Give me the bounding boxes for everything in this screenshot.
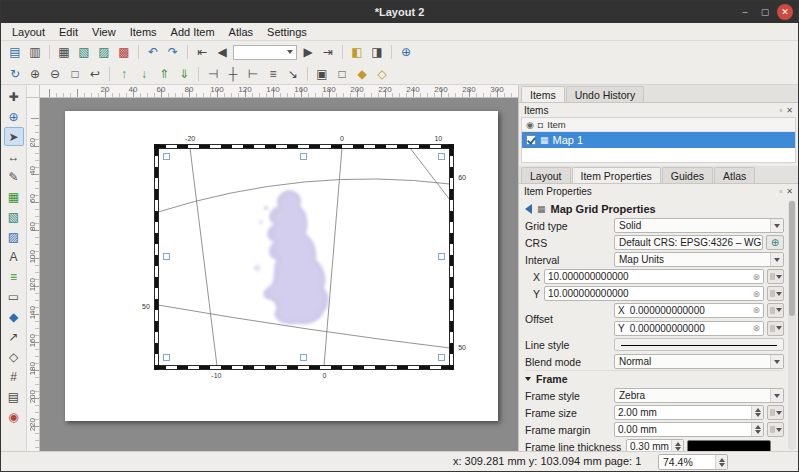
add-marker-tool-icon[interactable]: ◉ — [4, 407, 24, 426]
offset-y-field[interactable]: Y 0.000000000000 ⊗ — [614, 321, 764, 336]
offset-x-field[interactable]: X 0.000000000000 ⊗ — [614, 303, 764, 318]
menu-items[interactable]: Items — [123, 23, 164, 40]
add-label-tool-icon[interactable]: A — [4, 247, 24, 266]
minimize-button[interactable]: – — [737, 4, 753, 20]
select-crs-button[interactable]: ⊕ — [766, 235, 784, 250]
clear-icon[interactable]: ⊗ — [752, 305, 760, 315]
move-content-tool-icon[interactable]: ↔ — [4, 147, 24, 166]
group-items-icon[interactable]: ▣ — [313, 65, 331, 83]
frame-thickness-spinbox[interactable]: 0.30 mm — [626, 439, 684, 451]
send-to-back-icon[interactable]: ⇓ — [175, 65, 193, 83]
distribute-items-icon[interactable]: ≡ — [264, 65, 282, 83]
interval-y-field[interactable]: 10.000000000000 ⊗ — [544, 286, 764, 301]
line-style-button[interactable] — [614, 338, 784, 351]
zoom-search-icon[interactable]: ⊕ — [397, 43, 415, 61]
save-icon[interactable]: ▤ — [6, 43, 24, 61]
menu-settings[interactable]: Settings — [260, 23, 314, 40]
atlas-prev-icon[interactable]: ◀ — [213, 43, 231, 61]
add-scalebar-tool-icon[interactable]: ▭ — [4, 287, 24, 306]
export-svg-icon[interactable]: ▨ — [95, 43, 113, 61]
frame-style-combo[interactable]: Zebra — [614, 388, 784, 403]
tab-item-properties[interactable]: Item Properties — [572, 167, 661, 183]
export-pdf-icon[interactable]: ▩ — [115, 43, 133, 61]
selection-handle[interactable] — [300, 354, 307, 361]
add-node-item-tool-icon[interactable]: ◇ — [4, 347, 24, 366]
atlas-feature-combo[interactable] — [233, 45, 297, 60]
atlas-preview-icon[interactable]: ◨ — [368, 43, 386, 61]
menu-atlas[interactable]: Atlas — [222, 23, 260, 40]
blend-mode-combo[interactable]: Normal — [614, 354, 784, 369]
selection-handle[interactable] — [438, 153, 445, 160]
export-image-icon[interactable]: ▧ — [75, 43, 93, 61]
bring-to-front-icon[interactable]: ⇑ — [155, 65, 173, 83]
zoom-in-icon[interactable]: ⊕ — [26, 65, 44, 83]
close-panel-icon[interactable]: ✕ — [786, 106, 793, 115]
tab-items[interactable]: Items — [521, 86, 565, 102]
selection-handle[interactable] — [438, 253, 445, 260]
properties-scrollbar[interactable] — [788, 200, 796, 450]
grid-type-combo[interactable]: Solid — [614, 218, 784, 233]
print-icon[interactable]: ▦ — [55, 43, 73, 61]
selection-handle[interactable] — [438, 354, 445, 361]
menu-layout[interactable]: Layout — [5, 23, 52, 40]
layout-canvas[interactable]: -20 0 10 60 50 -10 0 50 — [40, 98, 518, 451]
visibility-checkbox[interactable] — [526, 135, 536, 145]
tab-layout[interactable]: Layout — [521, 167, 571, 183]
clear-icon[interactable]: ⊗ — [752, 323, 760, 333]
float-panel-icon[interactable]: ▫ — [779, 187, 782, 196]
item-row-map1[interactable]: ▦ Map 1 — [522, 132, 795, 148]
add-table-tool-icon[interactable]: ▤ — [4, 387, 24, 406]
spinner-buttons[interactable] — [751, 423, 763, 436]
tab-atlas[interactable]: Atlas — [714, 167, 755, 183]
tab-guides[interactable]: Guides — [662, 167, 713, 183]
unlock-items-icon[interactable]: ◇ — [373, 65, 391, 83]
clear-icon[interactable]: ⊗ — [752, 272, 760, 282]
scrollbar-thumb[interactable] — [789, 201, 795, 316]
zoom-tool-icon[interactable]: ⊕ — [4, 107, 24, 126]
zoom-last-icon[interactable]: ↩ — [86, 65, 104, 83]
map-item[interactable]: -20 0 10 60 50 -10 0 50 — [158, 148, 450, 366]
add-image-tool-icon[interactable]: ▨ — [4, 227, 24, 246]
close-button[interactable]: ✕ — [777, 4, 793, 20]
frame-color-button[interactable] — [687, 440, 771, 451]
frame-margin-spinbox[interactable]: 0.00 mm — [614, 422, 764, 437]
page[interactable]: -20 0 10 60 50 -10 0 50 — [65, 111, 498, 421]
raise-items-icon[interactable]: ↑ — [115, 65, 133, 83]
align-left-icon[interactable]: ⊣ — [204, 65, 222, 83]
pan-tool-icon[interactable]: ✚ — [4, 87, 24, 106]
add-html-tool-icon[interactable]: # — [4, 367, 24, 386]
crs-selector[interactable]: Default CRS: EPSG:4326 – WGS 84 — [614, 235, 763, 250]
atlas-first-icon[interactable]: ⇤ — [193, 43, 211, 61]
spinner-buttons[interactable] — [751, 406, 763, 419]
align-center-icon[interactable]: ┼ — [224, 65, 242, 83]
menu-view[interactable]: View — [85, 23, 123, 40]
layout-manager-icon[interactable]: ▥ — [26, 43, 44, 61]
zoom-out-icon[interactable]: ⊖ — [46, 65, 64, 83]
atlas-settings-icon[interactable]: ◧ — [348, 43, 366, 61]
interval-x-field[interactable]: 10.000000000000 ⊗ — [544, 269, 764, 284]
selection-handle[interactable] — [300, 153, 307, 160]
resize-items-icon[interactable]: ↘ — [284, 65, 302, 83]
edit-nodes-tool-icon[interactable]: ✎ — [4, 167, 24, 186]
add-3d-map-tool-icon[interactable]: ▧ — [4, 207, 24, 226]
clear-icon[interactable]: ⊗ — [752, 289, 760, 299]
data-defined-button[interactable] — [767, 269, 784, 284]
redo-icon[interactable]: ↷ — [164, 43, 182, 61]
selection-handle[interactable] — [163, 253, 170, 260]
zoom-spinner[interactable] — [715, 455, 727, 469]
menu-edit[interactable]: Edit — [52, 23, 85, 40]
add-legend-tool-icon[interactable]: ≡ — [4, 267, 24, 286]
selection-handle[interactable] — [163, 153, 170, 160]
select-move-tool-icon[interactable]: ➤ — [4, 127, 24, 146]
data-defined-button[interactable] — [767, 286, 784, 301]
menu-add-item[interactable]: Add Item — [164, 23, 222, 40]
spinner-buttons[interactable] — [671, 440, 683, 451]
interval-combo[interactable]: Map Units — [614, 252, 784, 267]
zoom-level-combo[interactable]: 74.4% — [658, 454, 728, 470]
selection-handle[interactable] — [163, 354, 170, 361]
frame-section-header[interactable]: Frame — [525, 370, 784, 387]
atlas-next-icon[interactable]: ▶ — [299, 43, 317, 61]
float-panel-icon[interactable]: ▫ — [779, 106, 782, 115]
frame-size-spinbox[interactable]: 2.00 mm — [614, 405, 764, 420]
lower-items-icon[interactable]: ↓ — [135, 65, 153, 83]
